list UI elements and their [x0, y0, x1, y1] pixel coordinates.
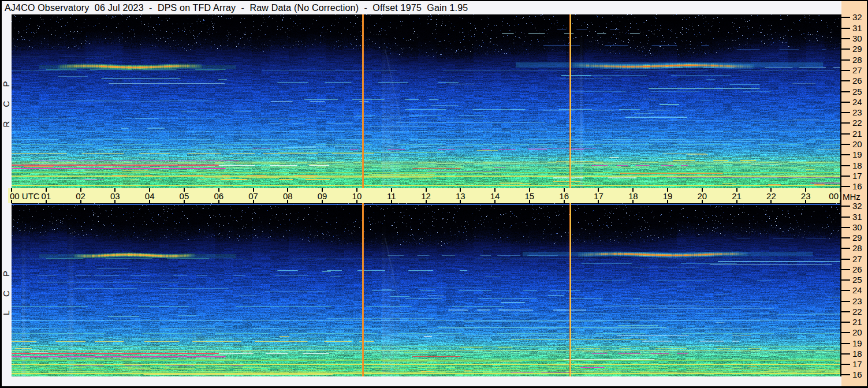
- freq-label-28: 28: [852, 243, 862, 253]
- hour-label-23: 23: [801, 191, 811, 201]
- freq-tick: [840, 70, 850, 71]
- freq-tick: [840, 165, 850, 166]
- hour-label-15: 15: [525, 191, 535, 201]
- hour-label-10: 10: [352, 191, 362, 201]
- freq-label-22: 22: [852, 307, 862, 316]
- freq-tick: [840, 322, 850, 323]
- rcp-panel-label: R C P: [0, 14, 12, 188]
- freq-tick: [840, 374, 850, 375]
- hour-label-04: 04: [145, 191, 155, 201]
- freq-tick: [840, 186, 850, 187]
- frequency-sidebar: 3231302928272625242322212019181716323130…: [841, 1, 867, 386]
- freq-label-23: 23: [852, 296, 862, 306]
- freq-tick: [840, 364, 850, 365]
- freq-tick: [840, 91, 850, 92]
- freq-tick: [840, 80, 850, 81]
- freq-label-23: 23: [852, 107, 862, 117]
- page-title: AJ4CO Observatory 06 Jul 2023 - DPS on T…: [5, 3, 468, 13]
- freq-tick: [840, 217, 850, 218]
- freq-label-30: 30: [852, 33, 862, 43]
- freq-label-17: 17: [852, 359, 862, 369]
- freq-label-19: 19: [852, 150, 862, 159]
- freq-tick: [840, 332, 850, 333]
- freq-tick: [840, 102, 850, 103]
- freq-label-18: 18: [852, 349, 862, 359]
- freq-unit-label: MHz: [843, 192, 860, 202]
- hour-label-21: 21: [732, 191, 742, 201]
- freq-tick: [840, 259, 850, 260]
- hour-label-05: 05: [180, 191, 189, 201]
- freq-tick: [840, 269, 850, 270]
- freq-tick: [840, 133, 850, 135]
- freq-label-22: 22: [852, 118, 862, 128]
- freq-label-16: 16: [852, 181, 862, 191]
- freq-tick: [840, 279, 850, 281]
- hour-label-13: 13: [456, 191, 465, 201]
- freq-label-20: 20: [852, 139, 862, 149]
- freq-tick: [840, 38, 850, 39]
- freq-tick: [840, 122, 850, 124]
- freq-tick: [840, 17, 850, 18]
- hour-label-07: 07: [248, 191, 258, 201]
- freq-tick: [840, 227, 850, 228]
- freq-label-32: 32: [852, 201, 862, 211]
- freq-tick: [840, 28, 850, 29]
- freq-label-18: 18: [852, 161, 862, 170]
- freq-label-32: 32: [852, 12, 862, 22]
- freq-label-29: 29: [852, 44, 862, 54]
- freq-label-26: 26: [852, 76, 862, 85]
- hour-label-24: 00: [829, 191, 839, 201]
- freq-label-27: 27: [852, 65, 862, 75]
- hour-label-02: 02: [76, 191, 85, 201]
- freq-label-24: 24: [852, 285, 862, 295]
- freq-label-17: 17: [852, 171, 862, 181]
- hour-label-09: 09: [318, 191, 327, 201]
- hour-label-22: 22: [766, 191, 776, 201]
- hour-label-08: 08: [283, 191, 293, 201]
- freq-tick: [840, 311, 850, 312]
- hour-label-01: 01: [41, 191, 51, 201]
- freq-tick: [840, 248, 850, 249]
- hour-label-18: 18: [628, 191, 638, 201]
- freq-label-29: 29: [852, 233, 862, 242]
- hour-label-16: 16: [559, 191, 569, 201]
- hour-label-11: 11: [387, 191, 396, 201]
- freq-tick: [840, 48, 850, 50]
- freq-label-27: 27: [852, 254, 862, 264]
- freq-tick: [840, 290, 850, 291]
- freq-label-16: 16: [852, 370, 862, 379]
- hour-label-14: 14: [490, 191, 500, 201]
- hour-label-12: 12: [421, 191, 431, 201]
- freq-tick: [840, 301, 850, 302]
- time-axis: 00 UTC0102030405060708091011121314151617…: [8, 188, 840, 203]
- title-bar: AJ4CO Observatory 06 Jul 2023 - DPS on T…: [5, 1, 468, 14]
- hour-label-00-utc: 00 UTC: [10, 191, 40, 201]
- hour-label-03: 03: [110, 191, 120, 201]
- freq-tick: [840, 112, 850, 113]
- freq-label-19: 19: [852, 338, 862, 348]
- freq-label-31: 31: [852, 23, 862, 33]
- hour-label-19: 19: [663, 191, 673, 201]
- freq-tick: [840, 343, 850, 344]
- freq-tick: [840, 353, 850, 355]
- lcp-panel-label: L C P: [0, 203, 12, 376]
- freq-label-24: 24: [852, 97, 862, 107]
- freq-tick: [840, 144, 850, 145]
- hour-label-20: 20: [697, 191, 707, 201]
- lcp-spectrogram: [12, 203, 840, 376]
- freq-label-28: 28: [852, 55, 862, 65]
- rcp-panel-label-text: R C P: [1, 75, 11, 127]
- hour-label-06: 06: [214, 191, 223, 201]
- freq-label-21: 21: [852, 129, 862, 139]
- freq-label-20: 20: [852, 327, 862, 337]
- freq-label-21: 21: [852, 317, 862, 327]
- freq-tick: [840, 59, 850, 61]
- freq-label-25: 25: [852, 87, 862, 96]
- freq-label-25: 25: [852, 275, 862, 285]
- hour-label-17: 17: [594, 191, 603, 201]
- freq-label-30: 30: [852, 222, 862, 232]
- freq-tick: [840, 206, 850, 207]
- freq-tick: [840, 176, 850, 177]
- rcp-spectrogram: [12, 14, 840, 188]
- freq-label-26: 26: [852, 264, 862, 274]
